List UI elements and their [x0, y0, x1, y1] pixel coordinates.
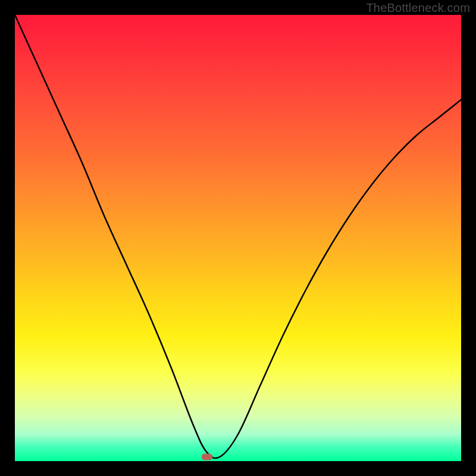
- plot-area: [15, 15, 461, 461]
- bottleneck-curve: [15, 15, 461, 461]
- chart-frame: TheBottleneck.com: [0, 0, 476, 476]
- watermark-text: TheBottleneck.com: [366, 1, 470, 15]
- minimum-marker: [202, 453, 212, 460]
